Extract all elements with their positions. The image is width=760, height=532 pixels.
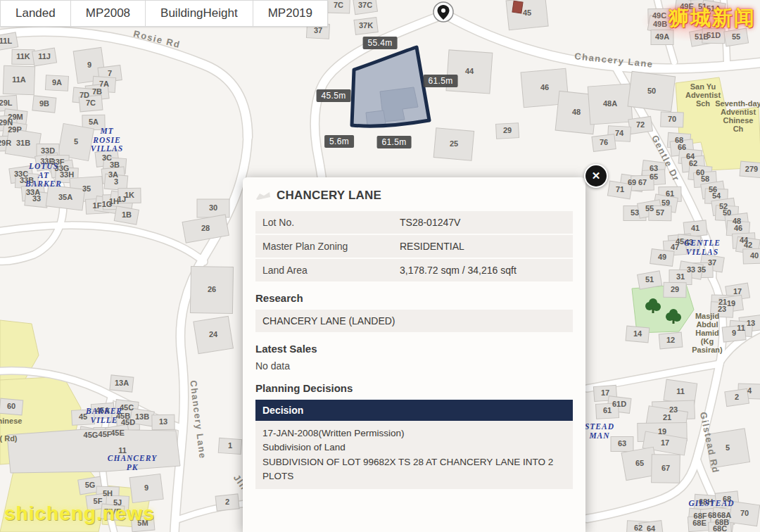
height-marker: 55.4m (363, 37, 398, 49)
svg-text:68C: 68C (713, 524, 727, 532)
attribute-value: TS28-01247V (400, 217, 460, 228)
svg-text:37: 37 (708, 258, 716, 267)
svg-text:48A: 48A (603, 99, 617, 108)
tab-landed[interactable]: Landed (0, 0, 71, 27)
svg-text:54: 54 (712, 191, 721, 200)
svg-text:7C: 7C (334, 1, 343, 9)
svg-text:5H: 5H (103, 489, 113, 498)
svg-text:17: 17 (601, 388, 609, 397)
svg-text:7C: 7C (86, 99, 96, 107)
svg-text:5: 5 (726, 443, 730, 452)
watermark-bottom-left: shicheng.news (4, 502, 155, 525)
svg-text:62: 62 (689, 159, 697, 167)
svg-text:9: 9 (732, 329, 736, 337)
svg-text:41: 41 (691, 224, 699, 232)
svg-text:19: 19 (727, 299, 735, 308)
svg-text:2: 2 (225, 498, 229, 506)
svg-text:61D: 61D (612, 400, 626, 408)
svg-text:29: 29 (503, 126, 512, 134)
svg-text:5: 5 (74, 137, 78, 146)
svg-text:48: 48 (572, 108, 581, 116)
svg-text:MasjidAbdulHamid(KgPasiran): MasjidAbdulHamid(KgPasiran) (692, 312, 723, 354)
tab-mp2019[interactable]: MP2019 (253, 0, 328, 27)
svg-text:45F: 45F (99, 430, 112, 438)
svg-text:3: 3 (114, 177, 118, 186)
svg-text:65: 65 (635, 459, 644, 467)
svg-text:9: 9 (144, 483, 148, 492)
svg-text:53: 53 (631, 208, 639, 217)
svg-text:13A: 13A (115, 379, 129, 387)
attribute-value: 3,178.72 sqm / 34,216 sqft (400, 265, 517, 276)
svg-text:9: 9 (87, 61, 91, 69)
height-marker: 61.5m (377, 136, 412, 148)
popup-title: CHANCERY LANE (277, 189, 381, 203)
svg-text:7B: 7B (92, 87, 102, 96)
svg-text:46: 46 (540, 83, 549, 91)
svg-text:31B: 31B (16, 139, 30, 147)
svg-text:9B: 9B (39, 99, 49, 108)
tab-mp2008[interactable]: MP2008 (71, 0, 146, 27)
svg-text:47: 47 (671, 243, 679, 251)
svg-text:70: 70 (668, 115, 676, 123)
svg-text:45E: 45E (110, 429, 125, 437)
attribute-row: Land Area3,178.72 sqm / 34,216 sqft (255, 259, 573, 281)
svg-text:( Rd): ( Rd) (0, 434, 18, 443)
svg-text:66: 66 (678, 143, 686, 151)
svg-text:17: 17 (661, 438, 669, 447)
attribute-row: Lot No.TS28-01247V (255, 211, 573, 234)
svg-text:31: 31 (676, 272, 685, 281)
research-link[interactable]: CHANCERY LANE (LANDED) (255, 310, 573, 332)
svg-text:GILSTEAD: GILSTEAD (689, 499, 735, 507)
svg-text:45: 45 (523, 8, 531, 17)
svg-text:35: 35 (82, 184, 91, 193)
svg-text:24: 24 (209, 330, 218, 338)
svg-text:33: 33 (32, 194, 41, 203)
decision-line: 17-JAN-2008(Written Permission) (262, 426, 566, 441)
svg-text:62: 62 (634, 524, 642, 532)
svg-text:55: 55 (645, 204, 654, 213)
svg-text:GENTLEVILLAS: GENTLEVILLAS (684, 239, 721, 256)
height-marker: 5.6m (324, 135, 354, 148)
svg-text:1K: 1K (125, 191, 134, 199)
svg-text:46: 46 (734, 224, 742, 232)
svg-text:76: 76 (600, 138, 608, 146)
svg-text:14: 14 (633, 329, 642, 338)
plot-flag-icon (255, 191, 271, 201)
svg-text:61: 61 (603, 406, 612, 414)
svg-text:13B: 13B (135, 412, 149, 421)
svg-text:71: 71 (616, 185, 624, 194)
svg-text:2: 2 (735, 393, 739, 401)
svg-text:4: 4 (747, 386, 752, 395)
svg-text:42: 42 (744, 241, 752, 249)
popup-title-row: CHANCERY LANE (255, 189, 573, 203)
close-button[interactable]: ✕ (584, 164, 608, 188)
decision-column-header: Decision (255, 400, 573, 421)
svg-text:17: 17 (733, 287, 742, 296)
attribute-label: Lot No. (262, 217, 400, 228)
svg-text:29P: 29P (8, 125, 22, 134)
svg-text:29: 29 (671, 285, 679, 293)
svg-text:11J: 11J (38, 52, 51, 61)
svg-text:11L: 11L (0, 37, 12, 45)
svg-text:50: 50 (723, 208, 731, 217)
svg-text:72: 72 (636, 120, 645, 129)
map-app: 11L11K11J11A99A77A7B7D7C9B29L29M29N29P29… (0, 0, 760, 532)
svg-text:65: 65 (650, 172, 658, 181)
svg-text:50: 50 (647, 87, 656, 95)
layer-tabbar: LandedMP2008BuildingHeightMP2019 (0, 0, 328, 27)
svg-text:1B: 1B (122, 210, 132, 219)
svg-text:44: 44 (465, 67, 474, 75)
attribute-table: Lot No.TS28-01247VMaster Plan ZoningRESI… (255, 211, 573, 281)
svg-text:70: 70 (740, 509, 749, 517)
latest-sales-heading: Latest Sales (255, 343, 573, 355)
svg-text:33: 33 (687, 265, 695, 274)
svg-text:45G: 45G (84, 431, 99, 439)
height-marker: 45.5m (317, 89, 351, 102)
svg-text:13: 13 (747, 319, 755, 327)
svg-text:63: 63 (650, 164, 658, 172)
svg-text:51: 51 (645, 275, 654, 284)
tab-buildingheight[interactable]: BuildingHeight (146, 0, 253, 27)
svg-text:21: 21 (663, 413, 671, 422)
svg-text:63: 63 (618, 439, 626, 448)
svg-text:1: 1 (228, 441, 232, 450)
